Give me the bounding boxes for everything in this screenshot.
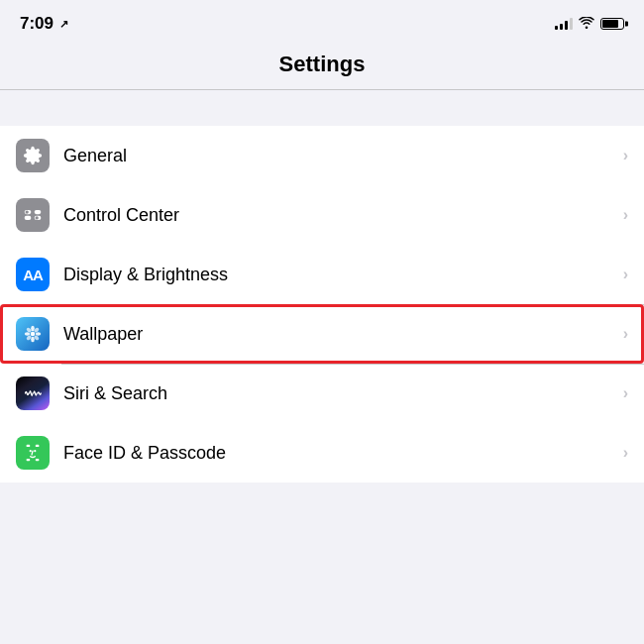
svg-point-21 bbox=[30, 450, 32, 452]
settings-item-wallpaper[interactable]: Wallpaper › bbox=[0, 304, 644, 364]
wallpaper-chevron: › bbox=[623, 325, 628, 343]
svg-point-9 bbox=[31, 326, 35, 332]
svg-rect-20 bbox=[36, 459, 40, 461]
status-icons bbox=[555, 16, 624, 32]
settings-item-siri[interactable]: Siri & Search › bbox=[0, 364, 644, 423]
face-id-icon bbox=[22, 442, 44, 464]
wifi-icon bbox=[579, 16, 594, 32]
general-label: General bbox=[63, 146, 623, 166]
page-title: Settings bbox=[279, 52, 366, 76]
gear-icon bbox=[23, 146, 43, 165]
status-time: 7:09 ↗ bbox=[20, 14, 68, 34]
control-center-label: Control Center bbox=[63, 205, 623, 226]
face-id-icon-bg bbox=[16, 436, 50, 470]
svg-point-6 bbox=[27, 216, 30, 219]
signal-icon bbox=[555, 18, 573, 30]
siri-waveform-icon bbox=[23, 383, 43, 403]
wallpaper-icon bbox=[16, 317, 50, 351]
siri-icon-bg bbox=[16, 376, 50, 410]
face-id-label: Face ID & Passcode bbox=[63, 443, 623, 464]
face-id-chevron: › bbox=[623, 444, 628, 462]
svg-point-7 bbox=[36, 216, 39, 219]
siri-label: Siri & Search bbox=[63, 383, 623, 404]
svg-rect-17 bbox=[27, 445, 31, 447]
svg-point-11 bbox=[25, 332, 31, 336]
time-display: 7:09 bbox=[20, 14, 54, 34]
flower-icon bbox=[22, 323, 44, 345]
display-chevron: › bbox=[623, 266, 628, 283]
settings-list: General › Control Center › AA Display & … bbox=[0, 126, 644, 483]
svg-point-8 bbox=[31, 332, 36, 337]
settings-item-general[interactable]: General › bbox=[0, 126, 644, 185]
general-icon bbox=[16, 139, 50, 172]
toggle-icon bbox=[23, 205, 43, 225]
wallpaper-label: Wallpaper bbox=[63, 324, 623, 345]
svg-line-23 bbox=[32, 451, 33, 455]
section-gap bbox=[0, 90, 644, 126]
control-center-chevron: › bbox=[623, 206, 628, 224]
display-label: Display & Brightness bbox=[63, 265, 623, 285]
status-bar: 7:09 ↗ bbox=[0, 0, 644, 44]
svg-rect-19 bbox=[27, 459, 31, 461]
svg-point-10 bbox=[31, 337, 35, 343]
siri-chevron: › bbox=[623, 384, 628, 402]
settings-item-face-id[interactable]: Face ID & Passcode › bbox=[0, 423, 644, 483]
svg-point-12 bbox=[36, 332, 42, 336]
display-icon: AA bbox=[16, 258, 50, 291]
nav-title-area: Settings bbox=[0, 44, 644, 89]
svg-point-22 bbox=[34, 450, 36, 452]
general-chevron: › bbox=[623, 147, 628, 164]
settings-item-display[interactable]: AA Display & Brightness › bbox=[0, 245, 644, 304]
svg-point-3 bbox=[37, 210, 40, 213]
svg-rect-18 bbox=[36, 445, 40, 447]
control-center-icon bbox=[16, 198, 50, 232]
svg-point-2 bbox=[26, 210, 29, 213]
location-icon: ↗ bbox=[59, 18, 68, 31]
battery-icon bbox=[600, 18, 624, 30]
settings-item-control-center[interactable]: Control Center › bbox=[0, 185, 644, 245]
